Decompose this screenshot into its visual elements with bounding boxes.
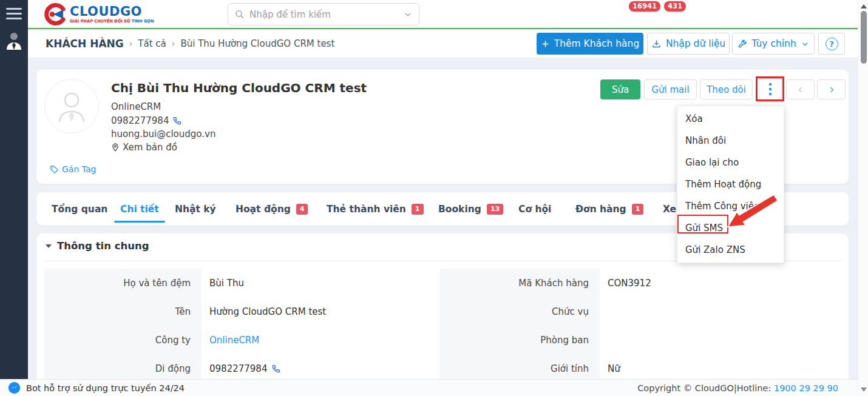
chevron-down-icon [801, 40, 809, 48]
tab-co-hoi[interactable]: Cơ hội [518, 192, 551, 226]
breadcrumb-separator: › [129, 39, 133, 49]
field-value: Nữ [600, 354, 841, 379]
field-label: Di động [44, 354, 202, 379]
help-icon: ? [826, 38, 838, 50]
tag-icon [50, 165, 59, 174]
scrollbar-down-arrow[interactable] [861, 388, 867, 392]
messenger-icon [8, 381, 21, 394]
customize-button[interactable]: Tùy chỉnh [732, 33, 815, 55]
map-pin-icon [111, 143, 120, 152]
breadcrumb-record: Bùi Thu Hường CloudGO CRM test [180, 38, 334, 49]
tab-count-badge: 1 [632, 204, 644, 215]
help-button[interactable]: ? [818, 33, 845, 55]
customer-phone: 0982277984 [111, 115, 182, 126]
menu-item-them-hoat-dong[interactable]: Thêm Hoạt động [677, 173, 784, 195]
collapse-caret-icon [46, 244, 52, 248]
chevron-right-icon [827, 86, 836, 94]
page-scrollbar[interactable] [858, 0, 868, 396]
edit-button[interactable]: Sửa [600, 79, 640, 99]
menu-hamburger-icon[interactable] [6, 8, 22, 21]
detail-form-left: Họ và tên đệm Bùi Thu Tên Hường CloudGO … [44, 269, 436, 379]
logo-tagline: GIẢI PHÁP CHUYỂN ĐỔI SỐ TINH GỌN [70, 19, 154, 24]
section-thong-tin-chung[interactable]: Thông tin chung [46, 240, 149, 252]
breadcrumb-list[interactable]: Tất cả [138, 38, 166, 49]
field-label: Công ty [44, 326, 202, 354]
tab-the-thanh-vien[interactable]: Thẻ thành viên1 [327, 192, 424, 226]
tab-booking[interactable]: Booking13 [438, 192, 503, 226]
chat-count-badge: 431 [664, 1, 686, 12]
import-data-button[interactable]: Nhập dữ liệu [647, 33, 730, 55]
left-sidebar [0, 0, 28, 379]
field-label: Chức vụ [439, 297, 600, 326]
search-input[interactable] [249, 9, 403, 20]
global-search[interactable] [228, 3, 419, 25]
tab-count-badge: 1 [412, 204, 424, 215]
menu-item-nhan-doi[interactable]: Nhân đôi [677, 130, 784, 152]
customer-name: Chị Bùi Thu Hường CloudGO CRM test [111, 81, 367, 95]
menu-item-xoa[interactable]: Xóa [677, 108, 784, 130]
more-actions-kebab-button[interactable] [759, 78, 782, 100]
crm-screen: CLOUDGO GIẢI PHÁP CHUYỂN ĐỔI SỐ TINH GỌN… [0, 0, 868, 396]
tab-don-hang[interactable]: Đơn hàng1 [575, 192, 643, 226]
field-label: Phòng ban [439, 326, 600, 354]
send-mail-button[interactable]: Gửi mail [644, 79, 697, 99]
menu-item-giao-lai-cho[interactable]: Giao lại cho [677, 152, 784, 173]
assign-tag-link[interactable]: Gán Tag [50, 164, 96, 174]
menu-item-gui-zalo-zns[interactable]: Gửi Zalo ZNS [677, 239, 784, 261]
customer-avatar [44, 79, 99, 133]
phone-call-icon[interactable] [172, 116, 182, 126]
previous-record-button[interactable] [786, 79, 815, 99]
breadcrumb: KHÁCH HÀNG › Tất cả › Bùi Thu Hường Clou… [46, 38, 334, 50]
company-link[interactable]: OnlineCRM [202, 326, 436, 354]
field-value [600, 326, 841, 354]
footer-bar: Bot hỗ trợ sử dụng trực tuyến 24/24 Copy… [0, 379, 858, 396]
customer-company: OnlineCRM [111, 101, 161, 112]
customer-email: huong.bui@cloudgo.vn [111, 129, 215, 139]
breadcrumb-module[interactable]: KHÁCH HÀNG [46, 38, 124, 50]
menu-item-them-cong-viec[interactable]: Thêm Công việc [677, 195, 784, 217]
tab-chi-tiet[interactable]: Chi tiết [120, 192, 159, 226]
field-value [600, 297, 841, 326]
field-label: Mã Khách hàng [439, 269, 600, 297]
field-label: Họ và tên đệm [44, 269, 202, 297]
field-label: Tên [44, 297, 202, 326]
view-map-link[interactable]: Xem bản đồ [111, 142, 177, 153]
kebab-dots-icon [768, 82, 772, 96]
support-bot-link[interactable]: Bot hỗ trợ sử dụng trực tuyến 24/24 [8, 381, 185, 394]
top-header: CLOUDGO GIẢI PHÁP CHUYỂN ĐỔI SỐ TINH GỌN [28, 0, 858, 29]
plus-icon [541, 39, 550, 49]
chevron-left-icon [796, 86, 805, 94]
logo-wordmark: CLOUDGO [70, 5, 154, 18]
mobile-value: 0982277984 [202, 354, 436, 379]
breadcrumb-separator: › [172, 39, 175, 49]
field-label: Giới tính [439, 354, 600, 379]
search-icon [234, 9, 245, 19]
field-value: Hường CloudGO CRM test [202, 297, 436, 326]
scrollbar-thumb[interactable] [861, 11, 867, 64]
cloudgo-logo[interactable]: CLOUDGO GIẢI PHÁP CHUYỂN ĐỔI SỐ TINH GỌN [43, 3, 154, 25]
customers-module-icon[interactable] [5, 32, 22, 52]
scrollbar-up-arrow[interactable] [861, 4, 867, 8]
more-actions-menu: Xóa Nhân đôi Giao lại cho Thêm Hoạt động… [677, 106, 784, 263]
field-value: Bùi Thu [202, 269, 436, 297]
next-record-button[interactable] [817, 79, 846, 99]
phone-call-icon[interactable] [271, 364, 281, 374]
wrench-icon [737, 39, 747, 49]
hotline-link[interactable]: 1900 29 29 90 [774, 383, 838, 393]
tab-tong-quan[interactable]: Tổng quan [52, 192, 107, 226]
add-customer-button[interactable]: Thêm Khách hàng [537, 33, 643, 55]
follow-button[interactable]: Theo dõi [700, 79, 753, 99]
notification-count-badge: 16941 [629, 1, 660, 12]
copyright-text: Copyright © CloudGO|Hotline: 1900 29 29 … [637, 383, 838, 393]
breadcrumb-toolbar-row: KHÁCH HÀNG › Tất cả › Bùi Thu Hường Clou… [28, 30, 858, 58]
tab-count-badge: 13 [487, 204, 503, 215]
download-icon [651, 39, 662, 49]
detail-form-right: Mã Khách hàng CON3912 Chức vụ Phòng ban … [439, 269, 841, 379]
cloudgo-logo-icon [43, 3, 66, 25]
menu-item-gui-sms[interactable]: Gửi SMS [677, 217, 784, 239]
field-value: CON3912 [600, 269, 841, 297]
search-scope-chevron-icon[interactable] [403, 10, 413, 19]
tab-hoat-dong[interactable]: Hoạt động4 [236, 192, 308, 226]
tab-nhat-ky[interactable]: Nhật ký [175, 192, 216, 226]
tab-count-badge: 4 [296, 204, 308, 215]
